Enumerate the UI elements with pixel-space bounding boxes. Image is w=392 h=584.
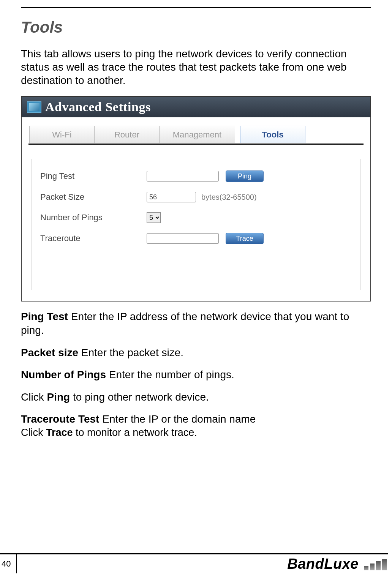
screenshot-title: Advanced Settings <box>45 100 151 114</box>
tabs-bar: Wi-Fi Router Management Tools <box>22 117 370 143</box>
brand-area: BandLuxe <box>287 554 388 573</box>
screenshot-panel: Advanced Settings Wi-Fi Router Managemen… <box>21 96 371 301</box>
ping-test-label: Ping Test <box>40 171 147 181</box>
tools-form: Ping Test Ping Packet Size bytes(32-6550… <box>32 159 360 290</box>
tab-management[interactable]: Management <box>159 126 235 143</box>
advanced-settings-icon <box>27 101 41 113</box>
brand-logo: BandLuxe <box>287 556 359 572</box>
desc-click-trace-bold: Trace <box>46 427 73 438</box>
desc-num-pings-bold: Number of Pings <box>21 369 106 380</box>
desc-traceroute-bold: Traceroute Test <box>21 413 99 425</box>
page-number: 40 <box>0 554 17 573</box>
tab-tools[interactable]: Tools <box>240 126 305 143</box>
section-title: Tools <box>21 18 371 36</box>
number-of-pings-label: Number of Pings <box>40 213 147 223</box>
tab-router[interactable]: Router <box>94 126 160 143</box>
ping-test-input[interactable] <box>147 171 219 182</box>
desc-traceroute: Traceroute Test Enter the IP or the doma… <box>21 412 371 426</box>
desc-num-pings-text: Enter the number of pings. <box>106 369 234 380</box>
intro-paragraph: This tab allows users to ping the networ… <box>21 47 371 87</box>
desc-click-ping: Click Ping to ping other network device. <box>21 390 371 404</box>
desc-click-trace-post: to monitor a network trace. <box>73 427 197 438</box>
packet-size-label: Packet Size <box>40 192 147 202</box>
desc-click-trace: Click Trace to monitor a network trace. <box>21 427 371 439</box>
desc-ping-test: Ping Test Enter the IP address of the ne… <box>21 310 371 338</box>
signal-bars-icon <box>364 557 387 570</box>
desc-ping-test-bold: Ping Test <box>21 311 68 322</box>
traceroute-label: Traceroute <box>40 234 147 243</box>
desc-click-trace-pre: Click <box>21 427 46 438</box>
desc-traceroute-text: Enter the IP or the domain name <box>99 413 256 425</box>
desc-packet-size-text: Enter the packet size. <box>78 347 183 358</box>
desc-packet-size: Packet size Enter the packet size. <box>21 346 371 360</box>
tab-spacer <box>235 126 240 143</box>
traceroute-input[interactable] <box>147 233 219 244</box>
packet-size-hint: bytes(32-65500) <box>201 193 257 202</box>
desc-packet-size-bold: Packet size <box>21 347 78 358</box>
packet-size-input[interactable] <box>147 192 196 202</box>
desc-click-ping-post: to ping other network device. <box>70 391 209 403</box>
tabs-underline <box>28 143 364 145</box>
tab-wifi[interactable]: Wi-Fi <box>29 126 95 143</box>
page-footer: 40 BandLuxe <box>0 553 392 573</box>
desc-num-pings: Number of Pings Enter the number of ping… <box>21 368 371 382</box>
screenshot-header: Advanced Settings <box>22 97 370 117</box>
desc-click-ping-bold: Ping <box>47 391 70 403</box>
desc-ping-test-text: Enter the IP address of the network devi… <box>21 311 349 336</box>
page-number-value: 40 <box>2 554 17 573</box>
number-of-pings-select[interactable]: 5 <box>147 212 161 223</box>
desc-click-ping-pre: Click <box>21 391 47 403</box>
ping-button[interactable]: Ping <box>226 170 264 182</box>
trace-button[interactable]: Trace <box>226 233 264 244</box>
top-divider <box>21 7 371 8</box>
